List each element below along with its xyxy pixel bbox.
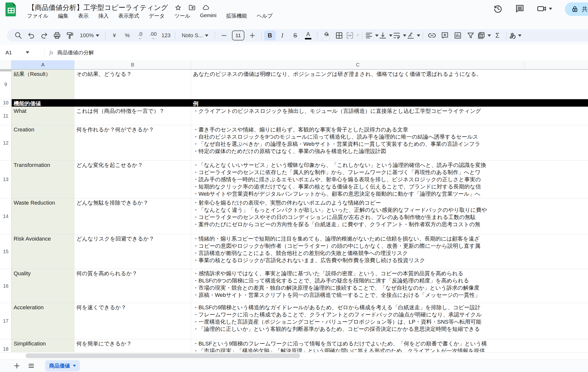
- row-header[interactable]: 18: [0, 339, 12, 352]
- fill-color-button[interactable]: [320, 30, 333, 41]
- cell-col-a[interactable]: Risk Avoidance: [12, 234, 74, 269]
- vertical-align-button[interactable]: [379, 30, 392, 41]
- row-header[interactable]: 17: [0, 303, 12, 339]
- cell-col-c[interactable]: ・BLSFという9階梯のフレームワークに沿って情報を当てはめるだけでよいため、「…: [191, 339, 588, 352]
- menu-gemini[interactable]: Gemini: [199, 12, 218, 20]
- cell-col-a[interactable]: 機能的価値: [12, 99, 74, 107]
- cell-col-a[interactable]: Creation: [12, 125, 74, 161]
- row-header[interactable]: 14: [0, 198, 12, 234]
- text-color-button[interactable]: A: [302, 30, 315, 41]
- cell-col-a[interactable]: Quality: [12, 269, 74, 303]
- cell-col-b[interactable]: どんなリスクを回避できるか？: [74, 234, 191, 269]
- cell-col-c[interactable]: ・感情訴求や煽りではなく、事実と論理に基づいた「説得の密度」という、コピーの本質…: [191, 269, 588, 303]
- menu-tools[interactable]: ツール: [173, 12, 191, 20]
- font-select[interactable]: Noto S...: [178, 30, 212, 41]
- format-percent-button[interactable]: %: [121, 30, 134, 41]
- menu-data[interactable]: データ: [148, 12, 166, 20]
- horizontal-scrollbar[interactable]: [0, 352, 588, 359]
- cell-col-b[interactable]: どんな無駄を排除できるか？: [74, 198, 191, 234]
- menu-extensions[interactable]: 拡張機能: [225, 12, 248, 20]
- insert-chart-button[interactable]: [451, 30, 464, 41]
- spreadsheet-grid[interactable]: 9結果（Result）その結果、どうなる？あなたのビジネスの価値は明瞭になり、ポ…: [0, 70, 588, 352]
- text-rotation-button[interactable]: [406, 30, 420, 41]
- column-header-c[interactable]: C: [191, 60, 525, 69]
- add-sheet-icon[interactable]: [11, 361, 22, 371]
- search-icon[interactable]: [12, 30, 25, 41]
- horizontal-scrollbar-thumb[interactable]: [26, 353, 300, 358]
- number-format-button[interactable]: 123: [160, 30, 172, 41]
- sheet-tab-active[interactable]: 商品価値: [45, 360, 80, 372]
- decrease-font-size-button[interactable]: [218, 30, 230, 41]
- undo-icon[interactable]: [25, 30, 38, 41]
- cell-col-c[interactable]: あなたのビジネスの価値は明瞭になり、ポジショニングは研ぎ澄まされ、価格ではなく価…: [191, 70, 588, 99]
- functions-button[interactable]: Σ: [491, 30, 504, 41]
- decrease-decimal-button[interactable]: .0←: [134, 30, 147, 41]
- all-sheets-icon[interactable]: [26, 361, 37, 371]
- cell-col-c[interactable]: ・BLSFの9階梯という構造的なガイドレールがあるため、ゼロから構成を考える「白…: [191, 303, 588, 339]
- menu-help[interactable]: ヘルプ: [256, 12, 273, 20]
- row-header[interactable]: 9: [0, 70, 12, 99]
- cell-col-a[interactable]: Transformation: [12, 161, 74, 198]
- menu-file[interactable]: ファイル: [26, 12, 49, 20]
- text-wrap-button[interactable]: [392, 30, 406, 41]
- menu-insert[interactable]: 挿入: [97, 12, 110, 20]
- select-all-corner[interactable]: [0, 60, 12, 69]
- cell-col-a[interactable]: Simplification: [12, 339, 74, 352]
- strikethrough-button[interactable]: S: [289, 30, 302, 41]
- row-header[interactable]: 12: [0, 125, 12, 161]
- cell-col-c[interactable]: 例: [191, 99, 588, 107]
- cloud-saved-icon[interactable]: [202, 4, 210, 11]
- row-header[interactable]: 13: [0, 161, 12, 198]
- cell-col-c[interactable]: ・「なんとなくいいサービス」という曖昧な印象から、「これしかない」という論理的確…: [191, 161, 588, 198]
- name-box[interactable]: A1: [0, 50, 43, 56]
- cell-col-b[interactable]: これは何（商品の特徴を一言で）？: [74, 107, 191, 125]
- horizontal-align-button[interactable]: [365, 30, 379, 41]
- share-button[interactable]: 共有: [565, 2, 588, 16]
- cell-col-a[interactable]: What: [12, 107, 74, 125]
- cell-col-c[interactable]: ・情緒的・煽り系コピーで短期的に注目を集めても、論理的根拠がないために信頼を損な…: [191, 234, 588, 269]
- star-icon[interactable]: [174, 4, 182, 11]
- cell-col-b[interactable]: どんな変化を起こせるか？: [74, 161, 191, 198]
- merge-cells-button[interactable]: [346, 30, 359, 41]
- cell-col-b[interactable]: 何を速くできるか？: [74, 303, 191, 339]
- format-currency-button[interactable]: ¥: [108, 30, 121, 41]
- document-title[interactable]: 【商品価値分析】工学型コピーライティング: [28, 3, 168, 12]
- cell-col-b[interactable]: 何の質を高められるか？: [74, 269, 191, 303]
- formula-input[interactable]: 商品価値の分解: [57, 49, 94, 56]
- redo-icon[interactable]: [38, 30, 51, 41]
- cell-col-a[interactable]: Waste Reduction: [12, 198, 74, 234]
- create-filter-button[interactable]: [464, 30, 477, 41]
- borders-button[interactable]: [333, 30, 346, 41]
- move-folder-icon[interactable]: [188, 4, 196, 11]
- increase-font-size-button[interactable]: [246, 30, 259, 41]
- cell-col-a[interactable]: Acceleration: [12, 303, 74, 339]
- bold-button[interactable]: B: [264, 31, 276, 40]
- row-header[interactable]: 11: [0, 107, 12, 125]
- meet-video-icon[interactable]: [534, 2, 555, 16]
- comments-icon[interactable]: [513, 2, 527, 16]
- column-header-b[interactable]: B: [74, 60, 191, 69]
- row-header[interactable]: 10: [0, 99, 12, 107]
- meet-dropdown-caret[interactable]: [549, 8, 552, 10]
- version-history-icon[interactable]: [491, 2, 505, 16]
- insert-comment-button[interactable]: [438, 30, 451, 41]
- menu-format[interactable]: 表示形式: [117, 12, 140, 20]
- menu-view[interactable]: 表示: [77, 12, 90, 20]
- menu-edit[interactable]: 編集: [57, 12, 69, 20]
- insert-link-button[interactable]: [425, 30, 438, 41]
- cell-col-c[interactable]: ・書き手のセンスや情緒、煽りに頼らず、客観的な事実を骨子とした説得力のある文章・…: [191, 125, 588, 161]
- row-header[interactable]: 16: [0, 269, 12, 303]
- cell-col-b[interactable]: 何を作れるか？何ができるか？: [74, 125, 191, 161]
- increase-decimal-button[interactable]: .00→: [147, 30, 160, 41]
- column-header-a[interactable]: A: [12, 60, 74, 69]
- cell-col-b[interactable]: 何を簡単にできるか？: [74, 339, 191, 352]
- italic-button[interactable]: I: [276, 30, 289, 41]
- sheets-logo-icon[interactable]: [5, 2, 17, 17]
- font-size-input[interactable]: 11: [232, 31, 244, 40]
- print-icon[interactable]: [51, 30, 64, 41]
- paint-format-icon[interactable]: [64, 30, 76, 41]
- cell-col-b[interactable]: その結果、どうなる？: [74, 70, 191, 99]
- input-tools-button[interactable]: あ: [509, 30, 522, 41]
- pivot-table-button[interactable]: [477, 30, 491, 41]
- cell-col-b[interactable]: [74, 99, 191, 107]
